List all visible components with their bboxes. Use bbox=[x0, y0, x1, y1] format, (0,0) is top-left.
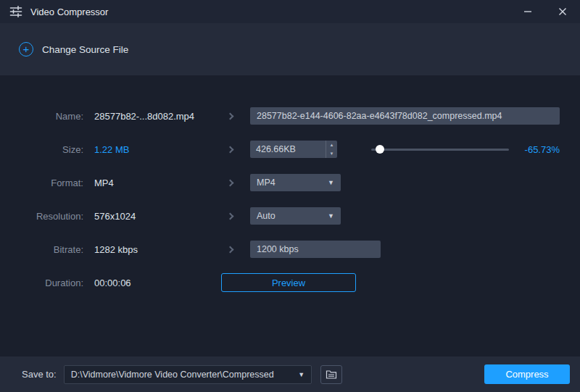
window-title: Video Compressor bbox=[30, 7, 108, 17]
chevron-right-icon bbox=[210, 114, 250, 119]
chevron-right-icon bbox=[210, 147, 250, 152]
spinner-arrows: ▲ ▼ bbox=[326, 141, 337, 158]
size-label: Size: bbox=[22, 144, 83, 155]
bitrate-label: Bitrate: bbox=[22, 244, 83, 255]
size-value: 1.22 MB bbox=[94, 144, 210, 155]
format-row: Format: MP4 MP4 ▼ bbox=[22, 166, 560, 199]
change-source-file-button[interactable]: Change Source File bbox=[42, 44, 128, 55]
resolution-selected: Auto bbox=[257, 211, 276, 221]
save-to-label: Save to: bbox=[22, 369, 57, 380]
format-dropdown[interactable]: MP4 ▼ bbox=[250, 174, 341, 191]
resolution-label: Resolution: bbox=[22, 211, 83, 222]
compressor-icon bbox=[9, 4, 23, 19]
window-controls bbox=[510, 0, 580, 23]
save-path-dropdown[interactable]: ▼ bbox=[64, 365, 312, 384]
name-value: 28577b82-...8d082.mp4 bbox=[94, 111, 210, 122]
minimize-button[interactable] bbox=[510, 0, 545, 23]
name-label: Name: bbox=[22, 111, 83, 122]
bitrate-value: 1282 kbps bbox=[94, 244, 210, 255]
compressor-settings-panel: Name: 28577b82-...8d082.mp4 Size: 1.22 M… bbox=[0, 75, 580, 356]
minimize-icon bbox=[523, 7, 532, 16]
resolution-dropdown[interactable]: Auto ▼ bbox=[250, 207, 341, 225]
open-folder-icon bbox=[326, 370, 337, 379]
slider-track[interactable] bbox=[371, 149, 509, 151]
open-folder-button[interactable] bbox=[320, 365, 342, 384]
name-row: Name: 28577b82-...8d082.mp4 bbox=[22, 99, 560, 133]
close-button[interactable] bbox=[545, 0, 580, 23]
chevron-right-icon bbox=[210, 180, 250, 185]
source-file-bar: + Change Source File bbox=[0, 23, 580, 75]
add-source-icon[interactable]: + bbox=[19, 42, 33, 57]
dropdown-arrow-icon: ▼ bbox=[328, 179, 334, 186]
resolution-row: Resolution: 576x1024 Auto ▼ bbox=[22, 199, 560, 233]
preview-button[interactable]: Preview bbox=[221, 273, 356, 292]
duration-value: 00:00:06 bbox=[94, 278, 210, 288]
path-dropdown-arrow-icon[interactable]: ▼ bbox=[292, 371, 311, 378]
format-value: MP4 bbox=[94, 178, 210, 188]
size-slider[interactable] bbox=[371, 144, 509, 154]
duration-row: Duration: 00:00:06 Preview bbox=[22, 266, 560, 299]
footer-bar: Save to: ▼ Compress bbox=[0, 356, 580, 392]
bitrate-row: Bitrate: 1282 kbps bbox=[22, 233, 560, 266]
spinner-up-icon[interactable]: ▲ bbox=[326, 141, 337, 149]
format-selected: MP4 bbox=[257, 178, 276, 188]
format-label: Format: bbox=[22, 178, 83, 188]
slider-thumb[interactable] bbox=[376, 145, 384, 154]
output-name-input[interactable] bbox=[250, 107, 560, 125]
chevron-right-icon bbox=[210, 214, 250, 219]
target-size-input[interactable] bbox=[250, 141, 326, 158]
spinner-down-icon[interactable]: ▼ bbox=[326, 149, 337, 158]
bitrate-input[interactable] bbox=[250, 241, 381, 258]
title-bar: Video Compressor bbox=[0, 0, 580, 23]
target-size-spinner[interactable]: ▲ ▼ bbox=[250, 141, 337, 158]
close-icon bbox=[558, 7, 567, 16]
size-row: Size: 1.22 MB ▲ ▼ -65.73% bbox=[22, 133, 560, 166]
compress-button[interactable]: Compress bbox=[484, 364, 570, 384]
save-path-input[interactable] bbox=[65, 370, 292, 380]
chevron-right-icon bbox=[210, 247, 250, 252]
duration-label: Duration: bbox=[22, 278, 83, 288]
dropdown-arrow-icon: ▼ bbox=[328, 212, 334, 220]
resolution-value: 576x1024 bbox=[94, 211, 210, 222]
size-reduction-percent: -65.73% bbox=[525, 144, 560, 155]
